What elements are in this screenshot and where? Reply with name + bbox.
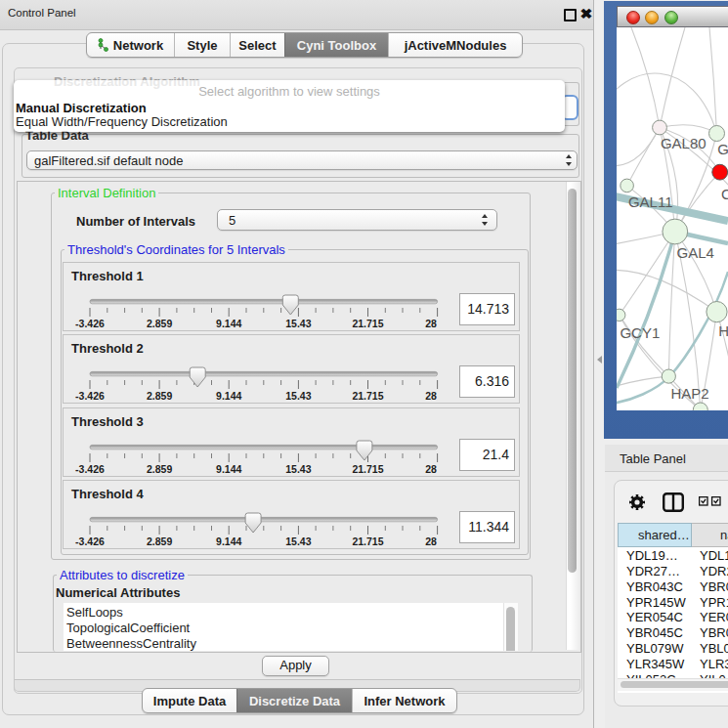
svg-text:GCY1: GCY1 [620,324,660,341]
svg-text:21.715: 21.715 [352,463,383,475]
svg-text:15.43: 15.43 [285,535,311,547]
svg-text:2.859: 2.859 [147,463,172,475]
svg-text:21.715: 21.715 [352,318,383,329]
svg-text:9.144: 9.144 [216,463,241,475]
svg-text:-3.426: -3.426 [75,535,105,547]
svg-text:15.43: 15.43 [285,318,311,329]
svg-text:28: 28 [425,390,437,402]
svg-text:-3.426: -3.426 [75,318,105,329]
svg-text:15.43: 15.43 [285,390,311,402]
svg-text:15.43: 15.43 [285,463,311,475]
svg-text:28: 28 [425,535,437,547]
svg-text:H: H [718,322,728,339]
svg-text:-3.426: -3.426 [75,463,105,475]
svg-text:HAP2: HAP2 [671,385,709,402]
svg-text:9.144: 9.144 [216,390,241,402]
svg-text:GA: GA [717,141,728,157]
svg-text:9.144: 9.144 [216,535,241,547]
svg-text:28: 28 [425,318,437,329]
svg-text:28: 28 [425,463,437,475]
svg-text:2.859: 2.859 [147,390,172,402]
svg-text:9.144: 9.144 [216,318,241,329]
svg-text:2.859: 2.859 [147,535,172,547]
svg-text:2.859: 2.859 [147,318,172,329]
svg-text:21.715: 21.715 [352,390,383,402]
svg-text:GAL11: GAL11 [628,193,673,210]
svg-text:GAL80: GAL80 [661,135,707,151]
svg-text:21.715: 21.715 [352,535,383,547]
svg-text:-3.426: -3.426 [75,390,105,402]
svg-text:GAL4: GAL4 [677,244,714,261]
svg-text:C: C [721,186,728,202]
